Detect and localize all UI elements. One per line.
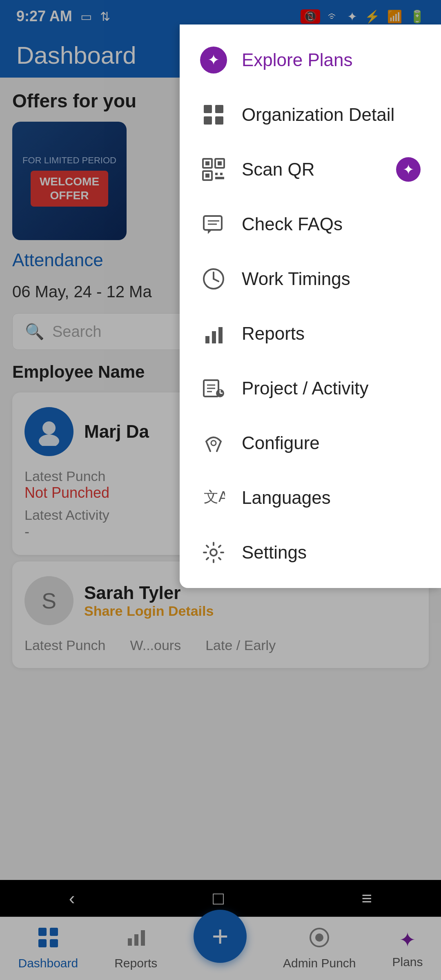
- languages-icon: 文A: [200, 484, 227, 511]
- menu-item-scan-qr[interactable]: Scan QR ✦: [180, 142, 441, 197]
- svg-point-32: [211, 441, 216, 445]
- menu-label-reports: Reports: [242, 323, 305, 344]
- svg-rect-4: [204, 116, 212, 125]
- scan-qr-badge: ✦: [396, 157, 421, 182]
- svg-rect-3: [215, 105, 223, 113]
- clock-icon: [200, 265, 227, 292]
- svg-rect-11: [205, 174, 209, 178]
- organization-icon: [200, 101, 227, 128]
- menu-item-explore-plans[interactable]: ✦ Explore Plans: [180, 33, 441, 87]
- menu-item-check-faqs[interactable]: Check FAQs: [180, 197, 441, 252]
- menu-label-check-faqs: Check FAQs: [242, 214, 343, 234]
- svg-line-21: [214, 279, 218, 281]
- menu-label-explore-plans: Explore Plans: [242, 50, 352, 70]
- menu-label-work-timings: Work Timings: [242, 269, 350, 289]
- dropdown-menu: ✦ Explore Plans Organization Detail: [180, 24, 441, 588]
- svg-text:文A: 文A: [204, 488, 225, 505]
- reports-icon: [200, 320, 227, 347]
- menu-item-languages[interactable]: 文A Languages: [180, 470, 441, 525]
- menu-label-languages: Languages: [242, 488, 331, 508]
- overlay-background[interactable]: ✦ Explore Plans Organization Detail: [0, 0, 441, 980]
- svg-rect-7: [205, 161, 209, 165]
- svg-point-34: [210, 549, 217, 556]
- menu-label-project-activity: Project / Activity: [242, 378, 369, 399]
- svg-rect-22: [205, 336, 209, 343]
- svg-marker-18: [208, 231, 211, 234]
- menu-item-project-activity[interactable]: Project / Activity: [180, 361, 441, 416]
- menu-label-scan-qr: Scan QR: [242, 159, 315, 180]
- svg-rect-24: [218, 327, 223, 343]
- menu-label-organization-detail: Organization Detail: [242, 105, 394, 125]
- svg-rect-14: [215, 177, 224, 179]
- menu-item-reports[interactable]: Reports: [180, 306, 441, 361]
- svg-rect-12: [215, 173, 218, 175]
- svg-rect-9: [218, 161, 222, 165]
- settings-icon: [200, 539, 227, 566]
- qr-icon: [200, 156, 227, 183]
- menu-item-settings[interactable]: Settings: [180, 525, 441, 580]
- menu-label-settings: Settings: [242, 542, 307, 563]
- menu-label-configure: Configure: [242, 433, 320, 453]
- svg-rect-5: [215, 116, 223, 125]
- configure-icon: [200, 430, 227, 457]
- svg-rect-23: [212, 331, 216, 343]
- explore-plans-icon: ✦: [200, 47, 227, 74]
- svg-rect-2: [204, 105, 212, 113]
- svg-rect-13: [220, 173, 223, 175]
- menu-item-organization-detail[interactable]: Organization Detail: [180, 87, 441, 142]
- menu-item-work-timings[interactable]: Work Timings: [180, 252, 441, 306]
- menu-item-configure[interactable]: Configure: [180, 416, 441, 470]
- project-icon: [200, 375, 227, 402]
- faqs-icon: [200, 211, 227, 238]
- svg-rect-15: [204, 216, 222, 230]
